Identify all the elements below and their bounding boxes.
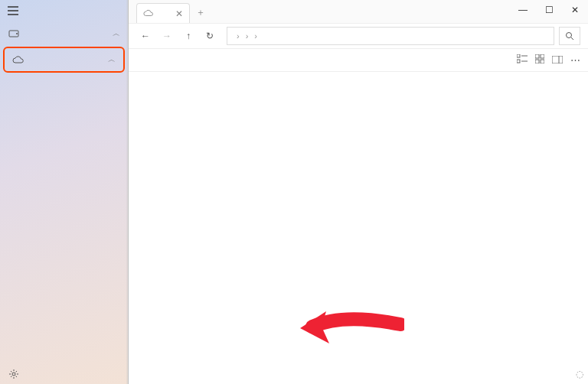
new-tab-button[interactable]: ＋ xyxy=(196,6,205,19)
drive-icon xyxy=(8,30,20,37)
toolbar: ← → ↑ ↻ › › › xyxy=(129,23,588,49)
annotation-arrow xyxy=(297,305,404,351)
svg-rect-12 xyxy=(541,60,544,63)
search-button[interactable] xyxy=(559,27,580,45)
window-controls: — ☐ ✕ xyxy=(510,0,588,20)
view-grid-icon[interactable] xyxy=(535,54,544,66)
view-bar: ⋯ xyxy=(129,49,588,72)
sidebar-section-cloud[interactable]: ︿ xyxy=(5,50,123,70)
title-bar: ✕ ＋ — ☐ ✕ xyxy=(129,0,588,23)
gear-icon xyxy=(8,369,20,379)
svg-rect-13 xyxy=(552,56,563,63)
main-area: ✕ ＋ — ☐ ✕ ← → ↑ ↻ › › › ⋯ xyxy=(129,0,588,384)
chevron-up-icon: ︿ xyxy=(108,54,116,65)
maximize-button[interactable]: ☐ xyxy=(536,0,562,20)
sidebar-section-drives[interactable]: ︿ xyxy=(0,24,128,44)
minimize-button[interactable]: — xyxy=(510,0,536,20)
breadcrumb[interactable]: › › › xyxy=(227,27,554,45)
back-button[interactable]: ← xyxy=(136,27,155,45)
hamburger-icon[interactable] xyxy=(8,6,18,18)
svg-rect-5 xyxy=(517,54,520,57)
chevron-right-icon: › xyxy=(246,31,249,41)
close-tab-icon[interactable]: ✕ xyxy=(175,8,183,19)
more-options-icon[interactable]: ⋯ xyxy=(570,54,580,66)
file-content-area: ◌ xyxy=(129,72,588,384)
chevron-right-icon: › xyxy=(254,31,257,41)
cloud-drives-highlight-box: ︿ xyxy=(3,47,125,73)
cloud-icon xyxy=(12,56,24,63)
cloud-icon xyxy=(143,8,154,19)
svg-rect-9 xyxy=(535,54,539,58)
sidebar-header xyxy=(0,0,128,24)
svg-point-1 xyxy=(16,33,18,34)
view-details-icon[interactable] xyxy=(552,54,563,66)
loading-spinner-icon: ◌ xyxy=(576,369,583,379)
refresh-button[interactable]: ↻ xyxy=(201,27,219,45)
up-button[interactable]: ↑ xyxy=(179,27,198,45)
svg-line-4 xyxy=(571,37,573,40)
chevron-right-icon: › xyxy=(237,31,240,41)
sidebar-item-settings[interactable] xyxy=(0,364,128,384)
tab-mega-wallpapers[interactable]: ✕ xyxy=(136,3,190,23)
svg-point-2 xyxy=(12,373,15,376)
chevron-up-icon: ︿ xyxy=(113,28,120,39)
svg-rect-10 xyxy=(541,54,544,58)
view-list-icon[interactable] xyxy=(517,54,528,66)
svg-rect-11 xyxy=(535,60,539,63)
svg-point-3 xyxy=(567,33,572,38)
close-button[interactable]: ✕ xyxy=(562,0,588,20)
sidebar: ︿ ︿ xyxy=(0,0,129,384)
forward-button: → xyxy=(158,27,176,45)
svg-rect-7 xyxy=(517,60,520,63)
